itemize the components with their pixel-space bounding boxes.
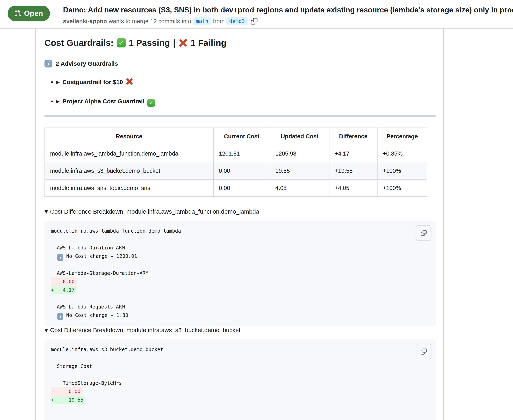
breakdown-summary-label: Cost Difference Breakdown: module.infra.…	[50, 327, 241, 333]
code-line: TimedStorage-ByteHrs	[51, 379, 429, 387]
code-line	[51, 261, 429, 269]
code-line: AWS-Lambda-Duration-ARM	[51, 244, 429, 252]
code-line	[51, 404, 429, 412]
divider	[45, 115, 436, 117]
table-cell: 1201.81	[213, 145, 270, 162]
pr-state-label: Open	[24, 9, 43, 18]
code-line: + 4.17	[51, 286, 429, 294]
check-emoji-icon: ✓	[147, 99, 155, 107]
guardrail-label: Project Alpha Cost Guardrail	[62, 98, 145, 105]
commits-count: 12 commits	[150, 17, 180, 26]
code-line: - 0.00	[51, 278, 429, 286]
pr-subtitle: svellanki-apptio wants to merge 12 commi…	[63, 17, 505, 26]
table-cell: module.infra.aws_sns_topic.demo_sns	[45, 179, 213, 197]
chevron-down-icon: ▼	[45, 209, 48, 214]
pr-title: Demo: Add new resources (S3, SNS) in bot…	[63, 5, 505, 15]
table-row: module.infra.aws_lambda_function.demo_la…	[45, 145, 427, 162]
code-line	[51, 371, 429, 379]
code-line: + 19.55	[51, 396, 429, 404]
code-line: AWS-Lambda-Requests-ARM	[51, 303, 429, 311]
table-cell: 1205.98	[270, 145, 329, 162]
chevron-down-icon: ▼	[45, 328, 48, 333]
info-emoji-icon: i	[45, 60, 52, 68]
diff-deletion: - 0.00	[51, 387, 83, 396]
code-line	[51, 354, 429, 362]
code-line: module.infra.aws_lambda_function.demo_la…	[51, 227, 429, 235]
code-line: AWS-Lambda-Storage-Duration-ARM	[51, 269, 429, 278]
table-cell: +4.17	[329, 145, 377, 162]
table-row: module.infra.aws_s3_bucket.demo_bucket0.…	[45, 162, 427, 179]
code-line: module.infra.aws_s3_bucket.demo_bucket	[51, 345, 429, 354]
table-cell: +19.55	[329, 162, 377, 179]
code-line: Storage Cost	[51, 362, 429, 371]
advisory-count: i 2 Advisory Guardrails	[45, 59, 436, 68]
breakdown-summary-s3[interactable]: ▼Cost Difference Breakdown: module.infra…	[45, 326, 436, 335]
guardrail-item[interactable]: ▶Costguardrail for $10	[56, 78, 436, 86]
diff-addition: + 4.17	[51, 286, 77, 294]
guardrail-label: Costguardrail for $10	[62, 79, 123, 85]
table-column-header: Difference	[329, 128, 377, 145]
code-line	[51, 412, 429, 420]
pr-author-link[interactable]: svellanki-apptio	[63, 17, 107, 26]
copy-branch-button[interactable]	[250, 17, 258, 25]
pr-header: Open Demo: Add new resources (S3, SNS) i…	[0, 0, 513, 29]
table-cell: 0.00	[213, 179, 270, 197]
chevron-right-icon: ▶	[56, 99, 60, 104]
guardrails-list: ▶Costguardrail for $10▶Project Alpha Cos…	[45, 78, 436, 107]
merge-text-2: into	[182, 17, 191, 26]
table-cell: +100%	[377, 179, 427, 197]
passing-count: 1 Passing	[129, 38, 170, 48]
cost-table-header-row: ResourceCurrent CostUpdated CostDifferen…	[45, 128, 427, 145]
head-branch-link[interactable]: demo3	[226, 17, 248, 25]
heading-separator: |	[173, 38, 175, 48]
pr-page: Open Demo: Add new resources (S3, SNS) i…	[0, 0, 513, 420]
diff-deletion: - 0.00	[51, 278, 77, 286]
table-column-header: Current Cost	[213, 128, 270, 145]
diff-addition: + 19.55	[51, 396, 85, 404]
breakdown-summary-lambda[interactable]: ▼Cost Difference Breakdown: module.infra…	[45, 207, 436, 216]
code-line: i No Cost change - 1.80	[51, 311, 429, 320]
breakdown-section-lambda: ▼Cost Difference Breakdown: module.infra…	[45, 207, 436, 326]
code-line	[51, 294, 429, 303]
code-line: - 0.00	[51, 387, 429, 396]
table-cell: module.infra.aws_lambda_function.demo_la…	[45, 145, 213, 162]
code-block-s3: module.infra.aws_s3_bucket.demo_bucket S…	[45, 339, 436, 420]
table-column-header: Percentage	[377, 128, 427, 145]
table-row: module.infra.aws_sns_topic.demo_sns0.004…	[45, 179, 427, 197]
table-cell: 0.00	[213, 162, 270, 179]
copy-icon	[420, 229, 427, 237]
breakdown-section-s3: ▼Cost Difference Breakdown: module.infra…	[45, 326, 436, 420]
table-column-header: Resource	[45, 128, 213, 145]
info-emoji-icon: i	[57, 254, 63, 261]
code-block-lambda: module.infra.aws_lambda_function.demo_la…	[45, 221, 436, 326]
copy-code-button[interactable]	[416, 344, 431, 359]
guardrail-item[interactable]: ▶Project Alpha Cost Guardrail✓	[56, 97, 436, 107]
cross-emoji-icon	[126, 78, 133, 85]
pr-timeline: Cost Guardrails: ✓ 1 Passing | 1 Failing…	[0, 29, 513, 420]
comment-body: Cost Guardrails: ✓ 1 Passing | 1 Failing…	[35, 29, 444, 420]
copy-icon	[250, 17, 258, 25]
pr-state-badge: Open	[8, 6, 50, 21]
advisory-label: 2 Advisory Guardrails	[56, 59, 118, 68]
code-line: i No Cost change - 1200.01	[51, 252, 429, 261]
merge-text-1: wants to merge	[109, 17, 148, 26]
table-cell: 4.05	[270, 179, 329, 197]
table-cell: +100%	[377, 162, 427, 179]
pr-title-text: Demo: Add new resources (S3, SNS) in bot…	[63, 6, 513, 14]
copy-code-button[interactable]	[416, 225, 431, 241]
table-column-header: Updated Cost	[270, 128, 329, 145]
chevron-right-icon: ▶	[56, 79, 60, 85]
guardrails-heading-prefix: Cost Guardrails:	[45, 38, 114, 48]
cross-emoji-icon	[179, 38, 188, 47]
cost-table-body: module.infra.aws_lambda_function.demo_la…	[45, 145, 427, 197]
breakdown-summary-label: Cost Difference Breakdown: module.infra.…	[50, 208, 259, 215]
base-branch-link[interactable]: main	[193, 17, 211, 25]
cost-table: ResourceCurrent CostUpdated CostDifferen…	[45, 128, 427, 197]
failing-count: 1 Failing	[191, 38, 226, 48]
info-emoji-icon: i	[57, 313, 63, 320]
table-cell: 19.55	[270, 162, 329, 179]
merge-text-3: from	[213, 17, 225, 26]
pr-header-text: Demo: Add new resources (S3, SNS) in bot…	[63, 5, 505, 26]
code-line	[51, 235, 429, 244]
check-emoji-icon: ✓	[117, 38, 126, 47]
